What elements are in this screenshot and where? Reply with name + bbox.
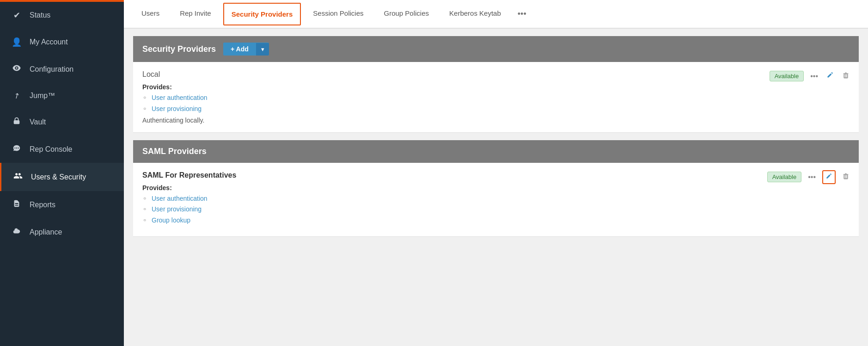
appliance-icon	[11, 227, 22, 237]
saml-rep-actions: Available •••	[767, 170, 851, 184]
main-content: Users Rep Invite Security Providers Sess…	[124, 0, 868, 346]
sidebar-item-rep-console[interactable]: Rep Console	[0, 136, 124, 163]
reports-icon	[11, 199, 22, 210]
security-providers-title: Security Providers	[142, 44, 216, 54]
saml-rep-title: SAML For Representatives	[142, 171, 850, 179]
saml-available-badge: Available	[767, 172, 802, 182]
sidebar-item-label: Jump™	[30, 92, 55, 100]
sidebar-item-label: Users & Security	[31, 173, 86, 181]
saml-providers-header: SAML Providers	[133, 140, 859, 163]
local-provides-label: Provides:	[142, 83, 850, 91]
jump-icon: ↗	[10, 89, 24, 102]
security-providers-header: Security Providers + Add ▾	[133, 36, 859, 62]
sidebar-item-label: Status	[30, 11, 50, 19]
sidebar-item-my-account[interactable]: 👤 My Account	[0, 29, 124, 56]
saml-rep-provides-label: Provides:	[142, 184, 850, 192]
tab-group-policies[interactable]: Group Policies	[376, 1, 438, 27]
list-item: User provisioning	[152, 204, 850, 215]
tab-users[interactable]: Users	[133, 1, 168, 27]
sidebar-item-label: Appliance	[30, 228, 62, 236]
sidebar-item-status[interactable]: ✔ Status	[0, 2, 124, 29]
user-icon: 👤	[11, 37, 22, 47]
local-more-options[interactable]: •••	[808, 70, 820, 82]
saml-edit-icon[interactable]	[822, 170, 836, 184]
local-delete-icon[interactable]	[840, 70, 851, 83]
local-provider-actions: Available •••	[770, 69, 851, 83]
sidebar-item-label: My Account	[30, 38, 68, 46]
saml-more-options[interactable]: •••	[806, 171, 818, 183]
list-item: User provisioning	[152, 104, 850, 115]
list-item: User authentication	[152, 193, 850, 204]
saml-rep-provides-list: User authentication User provisioning Gr…	[142, 193, 850, 226]
sidebar-item-label: Reports	[30, 201, 55, 209]
sidebar-item-reports[interactable]: Reports	[0, 191, 124, 218]
local-edit-icon[interactable]	[825, 69, 836, 83]
tab-rep-invite[interactable]: Rep Invite	[171, 1, 220, 27]
tab-security-providers[interactable]: Security Providers	[223, 3, 301, 25]
top-nav: Users Rep Invite Security Providers Sess…	[124, 0, 868, 29]
users-icon	[12, 171, 24, 183]
more-tabs-button[interactable]: •••	[513, 1, 531, 27]
local-auth-note: Authenticating locally.	[142, 117, 850, 124]
list-item: Group lookup	[152, 215, 850, 226]
saml-rep-card: SAML For Representatives Available ••• P…	[133, 163, 859, 237]
local-provider-card: Local Available ••• Provides: User authe…	[133, 62, 859, 133]
content-area: Security Providers + Add ▾ Local Availab…	[124, 29, 868, 346]
sidebar-item-jump[interactable]: ↗ Jump™	[0, 83, 124, 108]
sidebar-item-configuration[interactable]: Configuration	[0, 56, 124, 83]
add-button[interactable]: + Add ▾	[223, 43, 269, 56]
sidebar-item-label: Rep Console	[30, 145, 73, 154]
sidebar-item-users-security[interactable]: Users & Security	[0, 163, 124, 191]
check-icon: ✔	[11, 10, 22, 20]
sidebar-item-vault[interactable]: Vault	[0, 108, 124, 136]
tab-session-policies[interactable]: Session Policies	[305, 1, 372, 27]
saml-delete-icon[interactable]	[840, 171, 851, 184]
local-available-badge: Available	[770, 71, 804, 81]
local-provider-title: Local	[142, 70, 850, 79]
saml-providers-title: SAML Providers	[142, 147, 207, 156]
sidebar-item-appliance[interactable]: Appliance	[0, 218, 124, 246]
console-icon	[11, 144, 22, 154]
sidebar-item-label: Configuration	[30, 65, 73, 74]
sidebar: ✔ Status 👤 My Account Configuration ↗ Ju…	[0, 0, 124, 346]
list-item: User authentication	[152, 93, 850, 104]
add-main-button[interactable]: + Add	[223, 43, 256, 56]
gear-icon	[11, 64, 22, 74]
lock-icon	[11, 117, 22, 127]
sidebar-item-label: Vault	[30, 118, 46, 126]
local-provides-list: User authentication User provisioning	[142, 93, 850, 115]
tab-kerberos-keytab[interactable]: Kerberos Keytab	[441, 1, 509, 27]
add-dropdown-button[interactable]: ▾	[256, 43, 269, 56]
